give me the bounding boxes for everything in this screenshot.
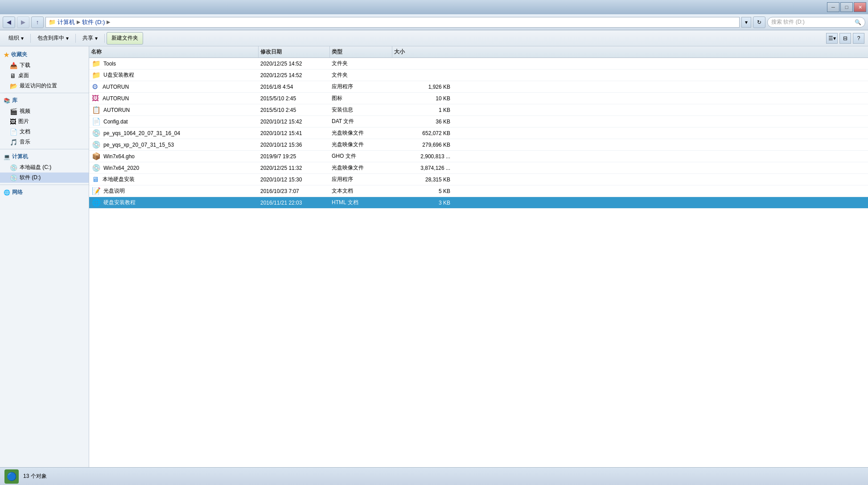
file-type-icon: 💿	[92, 164, 101, 172]
path-drive[interactable]: 软件 (D:)	[82, 18, 105, 26]
file-name-cell: 📦 Win7x64.gho	[89, 152, 259, 160]
table-row[interactable]: 📁 U盘安装教程 2020/12/25 14:52 文件夹	[89, 70, 868, 81]
file-size: 3 KB	[392, 200, 455, 206]
share-button[interactable]: 共享 ▾	[78, 32, 103, 45]
file-name-cell: 📋 AUTORUN	[89, 106, 259, 114]
maximize-button[interactable]: □	[840, 2, 853, 12]
close-button[interactable]: ✕	[854, 2, 866, 12]
file-date: 2019/9/7 19:25	[259, 153, 330, 160]
col-header-type[interactable]: 类型	[330, 46, 392, 58]
archive-button[interactable]: 包含到库中 ▾	[33, 32, 74, 45]
sidebar-item-video[interactable]: 🎬 视频	[0, 106, 89, 116]
sidebar-item-recent[interactable]: 📂 最近访问的位置	[0, 81, 89, 91]
table-row[interactable]: 💿 pe_yqs_xp_20_07_31_15_53 2020/10/12 15…	[89, 139, 868, 151]
table-row[interactable]: 📦 Win7x64.gho 2019/9/7 19:25 GHO 文件 2,90…	[89, 151, 868, 162]
minimize-button[interactable]: ─	[827, 2, 839, 12]
sidebar-recent-label: 最近访问的位置	[20, 82, 57, 90]
sidebar-section-computer: 💻 计算机 💿 本地磁盘 (C:) 💿 软件 (D:)	[0, 151, 89, 183]
toolbar-right: ☰▾ ⊟ ?	[826, 33, 864, 44]
file-size: 28,315 KB	[392, 177, 455, 183]
sidebar-picture-label: 图片	[18, 118, 29, 125]
table-row[interactable]: 📁 Tools 2020/12/25 14:52 文件夹	[89, 58, 868, 70]
table-row[interactable]: 📝 光盘说明 2016/10/23 7:07 文本文档 5 KB	[89, 185, 868, 197]
file-type-label: 应用程序	[330, 83, 392, 90]
table-row[interactable]: 📋 AUTORUN 2015/5/10 2:45 安装信息 1 KB	[89, 104, 868, 116]
file-size: 2,900,813 ...	[392, 153, 455, 160]
sidebar-item-desktop[interactable]: 🖥 桌面	[0, 70, 89, 81]
share-label: 共享	[82, 34, 93, 42]
network-icon: 🌐	[4, 189, 10, 196]
table-row[interactable]: 💿 Win7x64_2020 2020/12/25 11:32 光盘映像文件 3…	[89, 162, 868, 174]
path-computer[interactable]: 计算机	[58, 18, 75, 26]
search-placeholder: 搜索 软件 (D:)	[771, 18, 855, 26]
file-name: AUTORUN	[103, 84, 129, 90]
sidebar-computer-header[interactable]: 💻 计算机	[0, 151, 89, 162]
sidebar-network-label: 网络	[12, 189, 23, 196]
file-list-header: 名称 修改日期 类型 大小	[89, 46, 868, 58]
organize-button[interactable]: 组织 ▾	[4, 32, 29, 45]
sidebar-section-network: 🌐 网络	[0, 187, 89, 198]
archive-label: 包含到库中	[37, 34, 64, 42]
music-icon: 🎵	[10, 139, 17, 146]
document-icon: 📄	[10, 128, 17, 136]
sidebar-item-download[interactable]: 📥 下载	[0, 60, 89, 70]
forward-button[interactable]: ▶	[17, 16, 29, 28]
file-name: Tools	[103, 61, 116, 67]
toolbar-sep2	[75, 34, 76, 43]
col-header-name[interactable]: 名称	[89, 46, 259, 58]
sidebar-desktop-label: 桌面	[18, 72, 29, 79]
file-type-icon: 📝	[92, 187, 101, 195]
sidebar-network-header[interactable]: 🌐 网络	[0, 187, 89, 198]
picture-icon: 🖼	[10, 118, 16, 125]
table-row[interactable]: 🖥 本地硬盘安装 2020/10/12 15:30 应用程序 28,315 KB	[89, 174, 868, 185]
view-toggle-button[interactable]: ☰▾	[826, 33, 838, 44]
file-date: 2020/10/12 15:36	[259, 142, 330, 148]
col-header-date[interactable]: 修改日期	[259, 46, 330, 58]
sidebar-favorites-header[interactable]: ★ 收藏夹	[0, 49, 89, 60]
up-button[interactable]: ↑	[31, 16, 44, 28]
table-row[interactable]: 💿 pe_yqs_1064_20_07_31_16_04 2020/10/12 …	[89, 127, 868, 139]
table-row[interactable]: 📄 Config.dat 2020/10/12 15:42 DAT 文件 36 …	[89, 116, 868, 127]
file-size: 279,696 KB	[392, 142, 455, 148]
file-size: 1 KB	[392, 107, 455, 113]
sidebar-item-music[interactable]: 🎵 音乐	[0, 137, 89, 147]
sidebar-item-document[interactable]: 📄 文档	[0, 127, 89, 137]
table-row[interactable]: 🌐 硬盘安装教程 2016/11/21 22:03 HTML 文档 3 KB	[89, 197, 868, 209]
disk-d-icon: 💿	[10, 174, 17, 181]
sidebar-local-c-label: 本地磁盘 (C:)	[20, 164, 51, 171]
col-header-size[interactable]: 大小	[392, 46, 455, 58]
file-date: 2015/5/10 2:45	[259, 107, 330, 113]
sidebar-library-label: 库	[12, 97, 17, 104]
sidebar-item-picture[interactable]: 🖼 图片	[0, 116, 89, 127]
help-button[interactable]: ?	[853, 33, 864, 44]
file-area: 名称 修改日期 类型 大小 📁 Tools 2020/12/25 14:52 文…	[89, 46, 868, 467]
new-folder-button[interactable]: 新建文件夹	[107, 32, 143, 45]
sidebar-library-header[interactable]: 📚 库	[0, 95, 89, 106]
file-name: AUTORUN	[103, 95, 129, 102]
file-name-cell: 💿 pe_yqs_xp_20_07_31_15_53	[89, 140, 259, 149]
sidebar-divider1	[0, 93, 89, 93]
addressbar: ◀ ▶ ↑ 📁 计算机 ▶ 软件 (D:) ▶ ▾ ↻ 搜索 软件 (D:) 🔍	[0, 14, 868, 30]
sidebar-item-local-d[interactable]: 💿 软件 (D:)	[0, 173, 89, 183]
file-type-icon: 📄	[92, 117, 101, 126]
sidebar-item-local-c[interactable]: 💿 本地磁盘 (C:)	[0, 162, 89, 173]
archive-dropdown-icon: ▾	[66, 35, 69, 41]
search-icon[interactable]: 🔍	[855, 19, 861, 25]
file-date: 2020/12/25 14:52	[259, 61, 330, 67]
preview-pane-button[interactable]: ⊟	[839, 33, 851, 44]
refresh-button[interactable]: ↻	[753, 16, 765, 28]
table-row[interactable]: ⚙ AUTORUN 2016/1/8 4:54 应用程序 1,926 KB	[89, 81, 868, 93]
file-type-label: 光盘映像文件	[330, 129, 392, 137]
sidebar-section-favorites: ★ 收藏夹 📥 下载 🖥 桌面 📂 最近访问的位置	[0, 49, 89, 91]
address-path[interactable]: 📁 计算机 ▶ 软件 (D:) ▶	[45, 17, 740, 28]
disk-c-icon: 💿	[10, 164, 17, 171]
download-icon: 📥	[10, 62, 17, 69]
table-row[interactable]: 🖼 AUTORUN 2015/5/10 2:45 图标 10 KB	[89, 93, 868, 104]
file-type-label: 文本文档	[330, 187, 392, 195]
file-name-cell: 🖼 AUTORUN	[89, 95, 259, 103]
search-box[interactable]: 搜索 软件 (D:) 🔍	[767, 17, 865, 28]
address-dropdown[interactable]: ▾	[741, 17, 751, 28]
back-button[interactable]: ◀	[3, 16, 15, 28]
file-type-label: GHO 文件	[330, 152, 392, 160]
file-name: 硬盘安装教程	[103, 199, 136, 206]
